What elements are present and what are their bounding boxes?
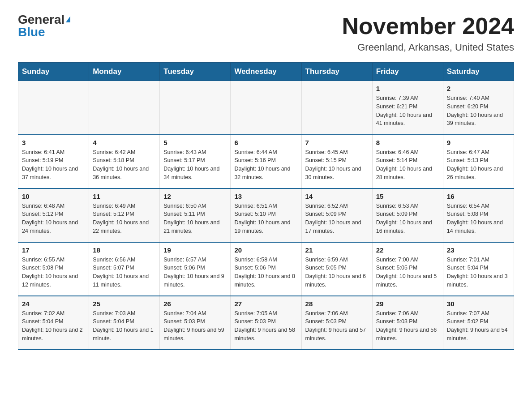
- day-cell: 21Sunrise: 6:59 AM Sunset: 5:05 PM Dayli…: [301, 242, 372, 296]
- day-cell: [231, 81, 301, 135]
- day-cell: 25Sunrise: 7:03 AM Sunset: 5:04 PM Dayli…: [89, 296, 160, 350]
- day-cell: 20Sunrise: 6:58 AM Sunset: 5:06 PM Dayli…: [231, 242, 301, 296]
- day-number: 29: [376, 300, 439, 308]
- week-row-1: 1Sunrise: 7:39 AM Sunset: 6:21 PM Daylig…: [18, 81, 514, 135]
- day-info: Sunrise: 6:50 AM Sunset: 5:11 PM Dayligh…: [163, 202, 227, 235]
- day-cell: 27Sunrise: 7:05 AM Sunset: 5:03 PM Dayli…: [231, 296, 301, 350]
- header-saturday: Saturday: [443, 63, 514, 81]
- day-cell: [301, 81, 372, 135]
- day-number: 7: [305, 139, 369, 146]
- day-cell: 26Sunrise: 7:04 AM Sunset: 5:03 PM Dayli…: [160, 296, 231, 350]
- day-number: 20: [234, 246, 297, 254]
- week-row-5: 24Sunrise: 7:02 AM Sunset: 5:04 PM Dayli…: [18, 296, 514, 350]
- day-info: Sunrise: 6:44 AM Sunset: 5:16 PM Dayligh…: [234, 148, 297, 182]
- day-info: Sunrise: 7:00 AM Sunset: 5:05 PM Dayligh…: [376, 256, 439, 289]
- day-number: 28: [305, 300, 369, 308]
- day-info: Sunrise: 7:03 AM Sunset: 5:04 PM Dayligh…: [93, 309, 156, 343]
- day-number: 10: [22, 193, 85, 200]
- day-cell: 30Sunrise: 7:07 AM Sunset: 5:02 PM Dayli…: [443, 296, 514, 350]
- day-number: 8: [376, 139, 439, 146]
- day-number: 5: [163, 139, 227, 146]
- day-info: Sunrise: 6:56 AM Sunset: 5:07 PM Dayligh…: [93, 256, 156, 289]
- day-number: 25: [93, 300, 156, 308]
- day-number: 13: [234, 193, 297, 200]
- day-cell: 1Sunrise: 7:39 AM Sunset: 6:21 PM Daylig…: [372, 81, 443, 135]
- day-info: Sunrise: 6:59 AM Sunset: 5:05 PM Dayligh…: [305, 256, 369, 289]
- calendar-header: SundayMondayTuesdayWednesdayThursdayFrid…: [18, 63, 514, 81]
- day-number: 3: [22, 139, 85, 146]
- header-wednesday: Wednesday: [231, 63, 301, 81]
- logo-blue-text: Blue: [18, 26, 45, 39]
- day-cell: 9Sunrise: 6:47 AM Sunset: 5:13 PM Daylig…: [443, 135, 514, 188]
- day-cell: 8Sunrise: 6:46 AM Sunset: 5:14 PM Daylig…: [372, 135, 443, 188]
- day-cell: 12Sunrise: 6:50 AM Sunset: 5:11 PM Dayli…: [160, 188, 231, 242]
- day-number: 11: [93, 193, 156, 200]
- day-number: 23: [447, 246, 510, 254]
- day-info: Sunrise: 7:39 AM Sunset: 6:21 PM Dayligh…: [376, 94, 439, 128]
- day-cell: [18, 81, 89, 135]
- day-cell: 11Sunrise: 6:49 AM Sunset: 5:12 PM Dayli…: [89, 188, 160, 242]
- day-info: Sunrise: 7:02 AM Sunset: 5:04 PM Dayligh…: [22, 309, 85, 343]
- day-number: 15: [376, 193, 439, 200]
- logo-triangle-icon: [66, 16, 70, 22]
- day-cell: 29Sunrise: 7:06 AM Sunset: 5:03 PM Dayli…: [372, 296, 443, 350]
- day-cell: 15Sunrise: 6:53 AM Sunset: 5:09 PM Dayli…: [372, 188, 443, 242]
- day-cell: 3Sunrise: 6:41 AM Sunset: 5:19 PM Daylig…: [18, 135, 89, 188]
- day-info: Sunrise: 6:41 AM Sunset: 5:19 PM Dayligh…: [22, 148, 85, 182]
- week-row-3: 10Sunrise: 6:48 AM Sunset: 5:12 PM Dayli…: [18, 188, 514, 242]
- logo: General Blue: [18, 13, 70, 39]
- header-sunday: Sunday: [18, 63, 89, 81]
- day-number: 30: [447, 300, 510, 308]
- day-cell: 23Sunrise: 7:01 AM Sunset: 5:04 PM Dayli…: [443, 242, 514, 296]
- day-cell: [160, 81, 231, 135]
- day-info: Sunrise: 7:04 AM Sunset: 5:03 PM Dayligh…: [163, 309, 227, 343]
- title-area: November 2024 Greenland, Arkansas, Unite…: [342, 13, 514, 53]
- header: General Blue November 2024 Greenland, Ar…: [18, 13, 514, 53]
- day-info: Sunrise: 6:53 AM Sunset: 5:09 PM Dayligh…: [376, 202, 439, 235]
- calendar-body: 1Sunrise: 7:39 AM Sunset: 6:21 PM Daylig…: [18, 81, 514, 350]
- day-cell: 14Sunrise: 6:52 AM Sunset: 5:09 PM Dayli…: [301, 188, 372, 242]
- day-cell: 19Sunrise: 6:57 AM Sunset: 5:06 PM Dayli…: [160, 242, 231, 296]
- day-number: 27: [234, 300, 297, 308]
- day-number: 17: [22, 246, 85, 254]
- day-number: 1: [376, 85, 439, 92]
- header-friday: Friday: [372, 63, 443, 81]
- day-info: Sunrise: 7:01 AM Sunset: 5:04 PM Dayligh…: [447, 256, 510, 289]
- header-row: SundayMondayTuesdayWednesdayThursdayFrid…: [18, 63, 514, 81]
- header-tuesday: Tuesday: [160, 63, 231, 81]
- week-row-2: 3Sunrise: 6:41 AM Sunset: 5:19 PM Daylig…: [18, 135, 514, 188]
- day-info: Sunrise: 7:07 AM Sunset: 5:02 PM Dayligh…: [447, 309, 510, 343]
- day-cell: 2Sunrise: 7:40 AM Sunset: 6:20 PM Daylig…: [443, 81, 514, 135]
- day-cell: 16Sunrise: 6:54 AM Sunset: 5:08 PM Dayli…: [443, 188, 514, 242]
- day-cell: 22Sunrise: 7:00 AM Sunset: 5:05 PM Dayli…: [372, 242, 443, 296]
- day-number: 9: [447, 139, 510, 146]
- calendar-table: SundayMondayTuesdayWednesdayThursdayFrid…: [18, 62, 514, 350]
- day-cell: 13Sunrise: 6:51 AM Sunset: 5:10 PM Dayli…: [231, 188, 301, 242]
- logo-general-text: General: [18, 13, 64, 26]
- day-cell: 17Sunrise: 6:55 AM Sunset: 5:08 PM Dayli…: [18, 242, 89, 296]
- week-row-4: 17Sunrise: 6:55 AM Sunset: 5:08 PM Dayli…: [18, 242, 514, 296]
- day-info: Sunrise: 7:06 AM Sunset: 5:03 PM Dayligh…: [376, 309, 439, 343]
- day-number: 4: [93, 139, 156, 146]
- day-info: Sunrise: 6:45 AM Sunset: 5:15 PM Dayligh…: [305, 148, 369, 182]
- day-number: 18: [93, 246, 156, 254]
- day-info: Sunrise: 7:40 AM Sunset: 6:20 PM Dayligh…: [447, 94, 510, 128]
- day-number: 21: [305, 246, 369, 254]
- day-info: Sunrise: 6:49 AM Sunset: 5:12 PM Dayligh…: [93, 202, 156, 235]
- day-cell: 4Sunrise: 6:42 AM Sunset: 5:18 PM Daylig…: [89, 135, 160, 188]
- day-info: Sunrise: 7:06 AM Sunset: 5:03 PM Dayligh…: [305, 309, 369, 343]
- day-cell: [89, 81, 160, 135]
- day-info: Sunrise: 7:05 AM Sunset: 5:03 PM Dayligh…: [234, 309, 297, 343]
- day-number: 24: [22, 300, 85, 308]
- day-info: Sunrise: 6:54 AM Sunset: 5:08 PM Dayligh…: [447, 202, 510, 235]
- day-number: 2: [447, 85, 510, 92]
- day-number: 6: [234, 139, 297, 146]
- day-cell: 7Sunrise: 6:45 AM Sunset: 5:15 PM Daylig…: [301, 135, 372, 188]
- day-cell: 28Sunrise: 7:06 AM Sunset: 5:03 PM Dayli…: [301, 296, 372, 350]
- day-number: 26: [163, 300, 227, 308]
- day-info: Sunrise: 6:51 AM Sunset: 5:10 PM Dayligh…: [234, 202, 297, 235]
- day-cell: 24Sunrise: 7:02 AM Sunset: 5:04 PM Dayli…: [18, 296, 89, 350]
- day-cell: 5Sunrise: 6:43 AM Sunset: 5:17 PM Daylig…: [160, 135, 231, 188]
- day-cell: 10Sunrise: 6:48 AM Sunset: 5:12 PM Dayli…: [18, 188, 89, 242]
- day-info: Sunrise: 6:46 AM Sunset: 5:14 PM Dayligh…: [376, 148, 439, 182]
